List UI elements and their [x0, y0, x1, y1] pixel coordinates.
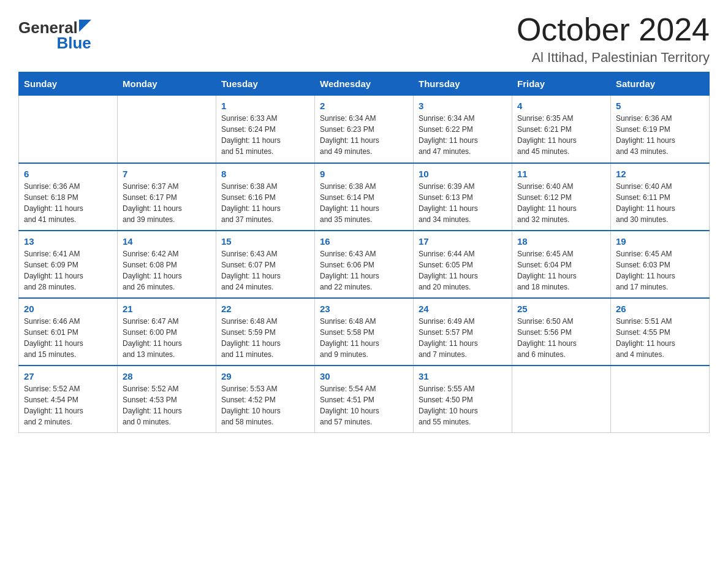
day-number: 31 — [419, 371, 507, 381]
calendar-cell: 25Sunrise: 6:50 AMSunset: 5:56 PMDayligh… — [512, 298, 611, 366]
day-number: 9 — [320, 169, 408, 179]
calendar-cell — [512, 366, 611, 433]
day-info: Sunrise: 6:41 AMSunset: 6:09 PMDaylight:… — [24, 248, 112, 293]
col-header-thursday: Thursday — [414, 72, 512, 96]
day-info: Sunrise: 5:52 AMSunset: 4:53 PMDaylight:… — [123, 383, 211, 427]
calendar-cell — [611, 366, 710, 433]
calendar-cell: 20Sunrise: 6:46 AMSunset: 6:01 PMDayligh… — [19, 298, 118, 366]
calendar-cell: 14Sunrise: 6:42 AMSunset: 6:08 PMDayligh… — [118, 231, 216, 298]
calendar-cell: 13Sunrise: 6:41 AMSunset: 6:09 PMDayligh… — [19, 231, 118, 298]
calendar-cell: 12Sunrise: 6:40 AMSunset: 6:11 PMDayligh… — [611, 163, 710, 231]
calendar-cell: 2Sunrise: 6:34 AMSunset: 6:23 PMDaylight… — [315, 96, 414, 163]
day-info: Sunrise: 6:34 AMSunset: 6:22 PMDaylight:… — [419, 113, 507, 157]
day-info: Sunrise: 6:40 AMSunset: 6:12 PMDaylight:… — [517, 181, 605, 225]
day-number: 21 — [123, 304, 211, 314]
day-number: 19 — [616, 236, 704, 247]
day-info: Sunrise: 6:36 AMSunset: 6:18 PMDaylight:… — [24, 181, 112, 225]
day-number: 8 — [221, 169, 309, 179]
day-info: Sunrise: 5:51 AMSunset: 4:55 PMDaylight:… — [616, 316, 704, 360]
day-number: 11 — [517, 169, 605, 179]
calendar-cell: 19Sunrise: 6:45 AMSunset: 6:03 PMDayligh… — [611, 231, 710, 298]
calendar-cell: 6Sunrise: 6:36 AMSunset: 6:18 PMDaylight… — [19, 163, 118, 231]
logo: General Blue — [18, 18, 94, 53]
page-header: General Blue October 2024 Al Ittihad, Pa… — [18, 12, 710, 66]
calendar-cell: 7Sunrise: 6:37 AMSunset: 6:17 PMDaylight… — [118, 163, 216, 231]
day-number: 23 — [320, 304, 408, 314]
calendar-cell: 23Sunrise: 6:48 AMSunset: 5:58 PMDayligh… — [315, 298, 414, 366]
day-info: Sunrise: 6:37 AMSunset: 6:17 PMDaylight:… — [123, 181, 211, 225]
calendar-cell: 22Sunrise: 6:48 AMSunset: 5:59 PMDayligh… — [216, 298, 315, 366]
week-row-1: 1Sunrise: 6:33 AMSunset: 6:24 PMDaylight… — [19, 96, 710, 163]
day-info: Sunrise: 6:43 AMSunset: 6:06 PMDaylight:… — [320, 248, 408, 293]
title-block: October 2024 Al Ittihad, Palestinian Ter… — [517, 12, 710, 66]
day-number: 27 — [24, 371, 112, 381]
subtitle: Al Ittihad, Palestinian Territory — [517, 50, 710, 66]
day-number: 7 — [123, 169, 211, 179]
calendar-cell: 9Sunrise: 6:38 AMSunset: 6:14 PMDaylight… — [315, 163, 414, 231]
day-info: Sunrise: 6:38 AMSunset: 6:14 PMDaylight:… — [320, 181, 408, 225]
day-number: 17 — [419, 236, 507, 247]
month-title: October 2024 — [517, 12, 710, 47]
day-info: Sunrise: 6:40 AMSunset: 6:11 PMDaylight:… — [616, 181, 704, 225]
day-info: Sunrise: 6:49 AMSunset: 5:57 PMDaylight:… — [419, 316, 507, 360]
day-number: 28 — [123, 371, 211, 381]
day-number: 16 — [320, 236, 408, 247]
day-info: Sunrise: 6:39 AMSunset: 6:13 PMDaylight:… — [419, 181, 507, 225]
day-number: 25 — [517, 304, 605, 314]
day-info: Sunrise: 5:54 AMSunset: 4:51 PMDaylight:… — [320, 383, 408, 427]
calendar-cell: 21Sunrise: 6:47 AMSunset: 6:00 PMDayligh… — [118, 298, 216, 366]
logo-icon: General Blue — [18, 18, 91, 53]
day-number: 6 — [24, 169, 112, 179]
calendar-cell — [118, 96, 216, 163]
week-row-2: 6Sunrise: 6:36 AMSunset: 6:18 PMDaylight… — [19, 163, 710, 231]
col-header-saturday: Saturday — [611, 72, 710, 96]
calendar-table: SundayMondayTuesdayWednesdayThursdayFrid… — [18, 72, 710, 433]
day-info: Sunrise: 6:43 AMSunset: 6:07 PMDaylight:… — [221, 248, 309, 293]
day-number: 22 — [221, 304, 309, 314]
day-number: 26 — [616, 304, 704, 314]
calendar-cell: 31Sunrise: 5:55 AMSunset: 4:50 PMDayligh… — [414, 366, 512, 433]
day-info: Sunrise: 6:33 AMSunset: 6:24 PMDaylight:… — [221, 113, 309, 157]
calendar-cell: 29Sunrise: 5:53 AMSunset: 4:52 PMDayligh… — [216, 366, 315, 433]
calendar-cell: 24Sunrise: 6:49 AMSunset: 5:57 PMDayligh… — [414, 298, 512, 366]
calendar-cell: 5Sunrise: 6:36 AMSunset: 6:19 PMDaylight… — [611, 96, 710, 163]
day-number: 13 — [24, 236, 112, 247]
day-info: Sunrise: 6:50 AMSunset: 5:56 PMDaylight:… — [517, 316, 605, 360]
day-info: Sunrise: 6:38 AMSunset: 6:16 PMDaylight:… — [221, 181, 309, 225]
day-number: 29 — [221, 371, 309, 381]
calendar-cell: 8Sunrise: 6:38 AMSunset: 6:16 PMDaylight… — [216, 163, 315, 231]
calendar-cell: 1Sunrise: 6:33 AMSunset: 6:24 PMDaylight… — [216, 96, 315, 163]
svg-marker-0 — [79, 20, 91, 32]
calendar-cell: 16Sunrise: 6:43 AMSunset: 6:06 PMDayligh… — [315, 231, 414, 298]
day-number: 20 — [24, 304, 112, 314]
calendar-cell: 30Sunrise: 5:54 AMSunset: 4:51 PMDayligh… — [315, 366, 414, 433]
calendar-cell: 4Sunrise: 6:35 AMSunset: 6:21 PMDaylight… — [512, 96, 611, 163]
day-number: 4 — [517, 101, 605, 111]
calendar-cell: 18Sunrise: 6:45 AMSunset: 6:04 PMDayligh… — [512, 231, 611, 298]
day-number: 5 — [616, 101, 704, 111]
day-number: 18 — [517, 236, 605, 247]
calendar-cell — [19, 96, 118, 163]
day-info: Sunrise: 5:53 AMSunset: 4:52 PMDaylight:… — [221, 383, 309, 427]
day-number: 10 — [419, 169, 507, 179]
day-info: Sunrise: 6:36 AMSunset: 6:19 PMDaylight:… — [616, 113, 704, 157]
day-info: Sunrise: 6:44 AMSunset: 6:05 PMDaylight:… — [419, 248, 507, 293]
day-info: Sunrise: 6:47 AMSunset: 6:00 PMDaylight:… — [123, 316, 211, 360]
col-header-tuesday: Tuesday — [216, 72, 315, 96]
day-info: Sunrise: 6:45 AMSunset: 6:03 PMDaylight:… — [616, 248, 704, 293]
day-number: 15 — [221, 236, 309, 247]
calendar-cell: 11Sunrise: 6:40 AMSunset: 6:12 PMDayligh… — [512, 163, 611, 231]
week-row-3: 13Sunrise: 6:41 AMSunset: 6:09 PMDayligh… — [19, 231, 710, 298]
logo-text-blue: Blue — [56, 34, 91, 53]
day-number: 3 — [419, 101, 507, 111]
week-row-5: 27Sunrise: 5:52 AMSunset: 4:54 PMDayligh… — [19, 366, 710, 433]
header-row: SundayMondayTuesdayWednesdayThursdayFrid… — [19, 72, 710, 96]
day-number: 30 — [320, 371, 408, 381]
day-info: Sunrise: 5:52 AMSunset: 4:54 PMDaylight:… — [24, 383, 112, 427]
calendar-cell: 26Sunrise: 5:51 AMSunset: 4:55 PMDayligh… — [611, 298, 710, 366]
day-info: Sunrise: 6:34 AMSunset: 6:23 PMDaylight:… — [320, 113, 408, 157]
calendar-cell: 28Sunrise: 5:52 AMSunset: 4:53 PMDayligh… — [118, 366, 216, 433]
day-info: Sunrise: 6:42 AMSunset: 6:08 PMDaylight:… — [123, 248, 211, 293]
col-header-sunday: Sunday — [19, 72, 118, 96]
day-info: Sunrise: 6:45 AMSunset: 6:04 PMDaylight:… — [517, 248, 605, 293]
